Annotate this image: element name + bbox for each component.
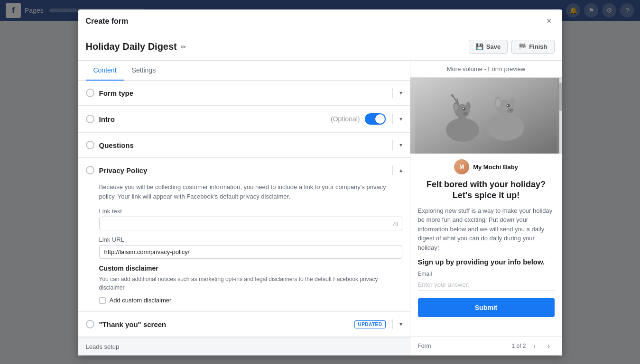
svg-point-21 <box>506 104 510 108</box>
edit-icon[interactable]: ✏ <box>181 43 186 51</box>
preview-prev-button[interactable]: ‹ <box>529 340 540 352</box>
preview-scroll[interactable]: M My Mochi Baby Felt bored with your hol… <box>410 78 562 336</box>
modal-header: Create form × <box>78 9 562 33</box>
questions-label: Questions <box>99 141 386 149</box>
privacy-chevron-icon[interactable]: ▴ <box>399 167 402 173</box>
divider <box>392 165 393 175</box>
leads-setup-label: Leads setup <box>86 343 120 350</box>
preview-body: M My Mochi Baby Felt bored with your hol… <box>410 78 562 355</box>
toggle-knob <box>375 114 385 124</box>
link-url-input-wrap <box>99 245 402 259</box>
preview-page-text: 1 of 2 <box>511 343 526 349</box>
create-form-modal: Create form × Holiday Daily Digest ✏ 💾 S… <box>78 9 562 355</box>
form-type-radio[interactable] <box>86 89 94 97</box>
intro-label: Intro <box>99 115 328 123</box>
accordion-thank-you-header[interactable]: "Thank you" screen UPDATED ▾ <box>78 312 410 337</box>
preview-description: Exploring new stuff is a way to make you… <box>418 206 555 253</box>
svg-point-19 <box>510 97 515 108</box>
save-label: Save <box>486 43 501 50</box>
left-panel: Content Settings Form type ▾ <box>78 61 410 355</box>
thank-you-radio[interactable] <box>86 320 94 328</box>
questions-chevron-icon[interactable]: ▾ <box>399 142 402 148</box>
custom-disclaimer-title: Custom disclaimer <box>99 264 402 272</box>
custom-disclaimer-description: You can add additional notices such as m… <box>99 275 402 292</box>
svg-point-5 <box>454 104 458 110</box>
close-icon[interactable]: × <box>544 15 555 27</box>
preview-footer: Form 1 of 2 ‹ › <box>410 336 562 355</box>
privacy-body: Because you will be collecting customer … <box>78 182 410 311</box>
preview-content: M My Mochi Baby Felt bored with your hol… <box>410 154 562 327</box>
preview-headline: Felt bored with your holiday? Let's spic… <box>418 179 555 201</box>
link-text-label: Link text <box>99 208 402 215</box>
custom-disclaimer-checkbox-label: Add custom disclaimer <box>110 297 172 304</box>
accordion-form-type-header[interactable]: Form type ▾ <box>78 81 410 105</box>
link-text-input[interactable] <box>99 217 402 230</box>
link-text-counter: 70 <box>392 221 398 227</box>
privacy-radio[interactable] <box>86 166 94 174</box>
form-type-label: Form type <box>99 89 386 97</box>
preview-next-button[interactable]: › <box>543 340 555 352</box>
accordion-questions: Questions ▾ <box>78 133 410 158</box>
svg-point-22 <box>507 105 508 106</box>
preview-submit-button[interactable]: Submit <box>418 298 555 317</box>
custom-disclaimer-checkbox[interactable] <box>99 297 106 304</box>
intro-label-group: Intro (Optional) <box>99 115 360 123</box>
deer-illustration <box>410 78 562 154</box>
preview-form-label: Form <box>418 343 431 349</box>
privacy-label: Privacy Policy <box>99 166 386 174</box>
form-name-row: Holiday Daily Digest ✏ 💾 Save 🏁 Finish <box>78 33 562 61</box>
accordion-privacy-policy: Privacy Policy ▴ Because you will be col… <box>78 158 410 312</box>
save-button[interactable]: 💾 Save <box>469 40 508 54</box>
svg-point-23 <box>510 109 513 111</box>
preview-account-row: M My Mochi Baby <box>418 159 555 174</box>
svg-rect-0 <box>415 78 557 154</box>
link-url-label: Link URL <box>99 236 402 243</box>
right-panel: More volume - Form preview <box>410 61 562 355</box>
thank-you-label: "Thank you" screen <box>99 320 350 328</box>
preview-avatar: M <box>454 159 469 174</box>
divider <box>392 319 393 329</box>
intro-header: Intro (Optional) ▾ <box>78 106 410 132</box>
accordion-content: Form type ▾ Intro (Optional) <box>78 81 410 337</box>
svg-point-11 <box>463 112 468 116</box>
accordion-form-type: Form type ▾ <box>78 81 410 106</box>
accordion-questions-header[interactable]: Questions ▾ <box>78 133 410 157</box>
preview-signup-text: Sign up by providing your info below. <box>418 258 555 266</box>
intro-optional-text: (Optional) <box>331 115 360 123</box>
intro-toggle[interactable] <box>365 113 386 125</box>
custom-disclaimer-section: Custom disclaimer You can add additional… <box>99 264 402 304</box>
svg-point-12 <box>463 108 465 110</box>
form-name-buttons: 💾 Save 🏁 Finish <box>469 40 555 54</box>
modal-body: Content Settings Form type ▾ <box>78 61 562 355</box>
finish-button[interactable]: 🏁 Finish <box>511 40 554 54</box>
modal-footer: Leads setup <box>78 337 410 355</box>
privacy-description: Because you will be collecting customer … <box>99 182 402 201</box>
finish-icon: 🏁 <box>519 43 526 50</box>
form-type-chevron-icon[interactable]: ▾ <box>399 90 402 96</box>
divider <box>392 140 393 150</box>
divider <box>392 88 393 98</box>
intro-radio[interactable] <box>86 115 94 123</box>
preview-header: More volume - Form preview <box>410 61 562 78</box>
custom-disclaimer-checkbox-row: Add custom disclaimer <box>99 297 402 304</box>
tab-settings[interactable]: Settings <box>124 61 164 81</box>
tab-content[interactable]: Content <box>86 61 124 81</box>
preview-account-name: My Mochi Baby <box>473 164 518 171</box>
svg-point-18 <box>496 99 501 107</box>
preview-hero-image <box>410 78 562 154</box>
accordion-intro: Intro (Optional) ▾ <box>78 106 410 133</box>
finish-label: Finish <box>529 43 547 50</box>
intro-chevron-icon[interactable]: ▾ <box>399 116 402 122</box>
modal-overlay: Create form × Holiday Daily Digest ✏ 💾 S… <box>0 0 640 364</box>
thank-you-chevron-icon[interactable]: ▾ <box>399 321 402 328</box>
tabs: Content Settings <box>78 61 410 81</box>
modal-title: Create form <box>86 17 129 26</box>
link-url-input[interactable] <box>99 245 402 259</box>
accordion-privacy-header[interactable]: Privacy Policy ▴ <box>78 158 410 182</box>
preview-scrollbar-thumb <box>559 82 562 111</box>
link-text-field-row: Link text 70 <box>99 208 402 230</box>
form-name-text: Holiday Daily Digest <box>86 41 177 52</box>
questions-radio[interactable] <box>86 141 94 149</box>
preview-pagination: 1 of 2 ‹ › <box>511 340 554 352</box>
link-text-input-wrap: 70 <box>99 217 402 230</box>
